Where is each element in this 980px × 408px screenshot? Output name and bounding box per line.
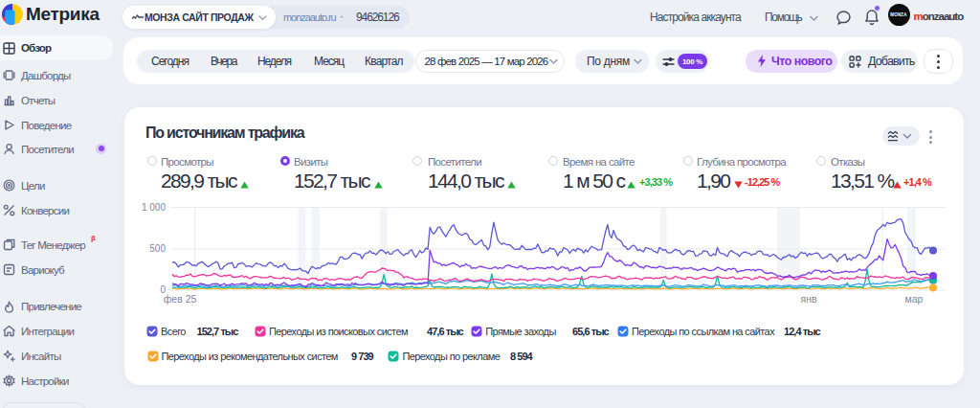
svg-text:1 000: 1 000 [142, 202, 166, 213]
svg-text:500: 500 [149, 243, 166, 254]
svg-text:фев 25: фев 25 [164, 293, 197, 305]
svg-text:янв: янв [800, 293, 816, 305]
svg-text:мар: мар [905, 293, 924, 305]
